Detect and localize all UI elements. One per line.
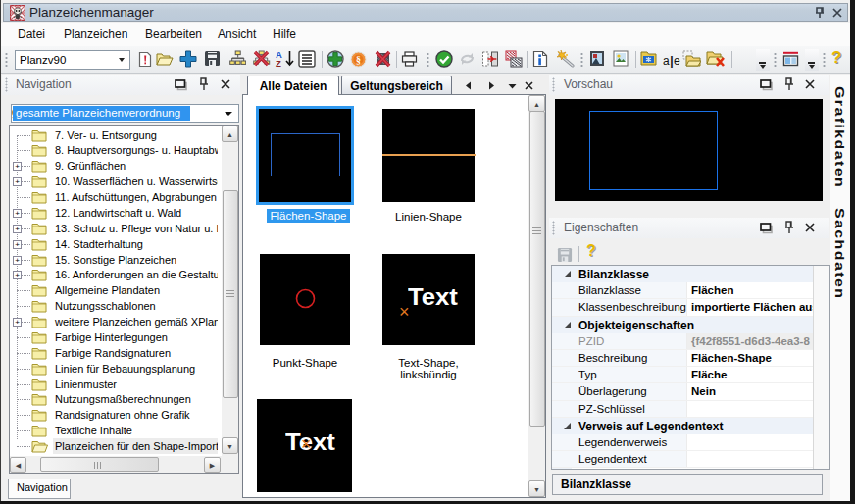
svg-text:§: § <box>356 54 361 65</box>
